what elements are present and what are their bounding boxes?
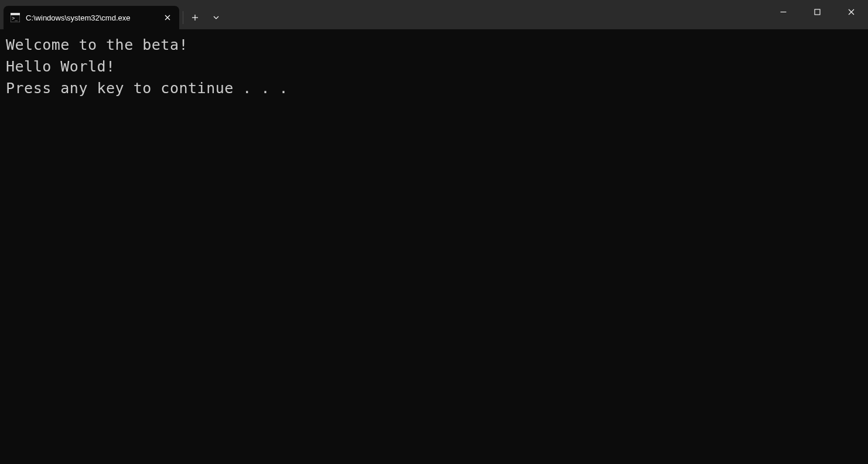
minimize-button[interactable] (766, 0, 800, 23)
close-window-button[interactable] (834, 0, 868, 23)
svg-rect-1 (11, 13, 20, 15)
svg-text:>_: >_ (12, 16, 18, 21)
new-tab-button[interactable] (184, 6, 206, 29)
svg-rect-8 (815, 9, 820, 15)
tab-close-button[interactable] (162, 12, 173, 23)
tab-divider (183, 11, 183, 24)
minimize-icon (780, 9, 787, 15)
terminal-line: Welcome to the beta! (6, 36, 188, 53)
titlebar: >_ C:\windows\system32\cmd.exe (0, 0, 868, 29)
terminal-window: >_ C:\windows\system32\cmd.exe (0, 0, 868, 464)
maximize-icon (814, 9, 821, 15)
tab-dropdown-button[interactable] (206, 6, 227, 29)
close-icon (848, 9, 855, 15)
terminal-line: Hello World! (6, 58, 115, 75)
tab-active[interactable]: >_ C:\windows\system32\cmd.exe (4, 6, 179, 29)
window-controls (766, 0, 868, 29)
maximize-button[interactable] (800, 0, 834, 23)
terminal-line: Press any key to continue . . . (6, 80, 288, 97)
tab-title: C:\windows\system32\cmd.exe (26, 13, 158, 22)
close-icon (165, 15, 170, 21)
plus-icon (192, 14, 199, 21)
chevron-down-icon (213, 14, 220, 21)
tabs-row: >_ C:\windows\system32\cmd.exe (0, 0, 227, 29)
cmd-icon: >_ (11, 13, 20, 22)
terminal-output[interactable]: Welcome to the beta! Hello World! Press … (0, 29, 868, 464)
